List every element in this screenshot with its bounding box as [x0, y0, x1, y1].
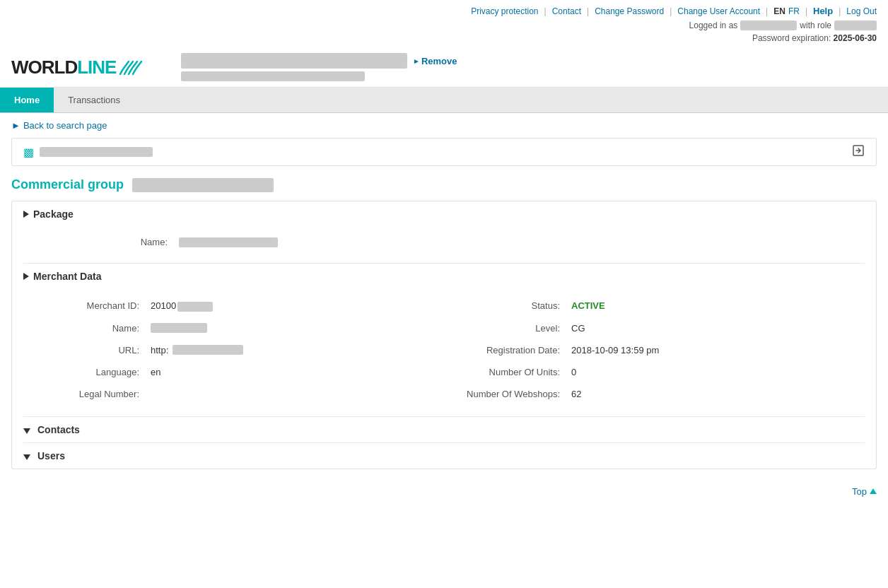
logo-line-text: LINE	[77, 57, 116, 78]
top-link[interactable]: Top	[852, 486, 877, 497]
merchant-subtitle-blurred	[181, 71, 365, 81]
package-name-label: Name:	[66, 237, 179, 247]
merchant-main-title: ► Remove	[181, 53, 877, 69]
remove-link[interactable]: ► Remove	[413, 56, 457, 66]
num-units-row: Number Of Units: 0	[444, 361, 865, 383]
commercial-group-name-blurred	[132, 178, 274, 192]
contacts-section-header[interactable]: Contacts	[12, 417, 876, 442]
contact-link[interactable]: Contact	[552, 6, 581, 16]
change-password-link[interactable]: Change Password	[595, 6, 664, 16]
commercial-group-title: Commercial group	[11, 177, 124, 192]
export-icon[interactable]	[852, 144, 865, 160]
registration-date-value: 2018-10-09 13:59 pm	[571, 345, 659, 355]
logo-world-text: WORLD	[11, 57, 77, 78]
merchant-bar-left: ▩	[23, 146, 153, 159]
chevron-back-icon: ►	[11, 120, 21, 131]
nav-tabs: Home Transactions	[0, 88, 888, 113]
help-link[interactable]: Help	[813, 6, 833, 16]
top-bar: Privacy protection | Contact | Change Pa…	[0, 0, 888, 19]
commercial-group-heading: Commercial group	[0, 172, 888, 201]
legal-number-label: Legal Number:	[23, 389, 151, 399]
merchant-id-suffix-blurred	[177, 302, 213, 312]
back-to-search-link[interactable]: ► Back to search page	[11, 120, 877, 131]
logout-link[interactable]: Log Out	[846, 6, 877, 16]
change-user-account-link[interactable]: Change User Account	[677, 6, 760, 16]
chevron-right-icon: ►	[413, 57, 420, 65]
status-label: Status:	[444, 300, 571, 311]
url-label: URL:	[23, 345, 151, 355]
tab-home[interactable]: Home	[0, 88, 54, 112]
lang-fr[interactable]: FR	[788, 6, 800, 16]
merchant-data-grid: Merchant ID: 20100 Status: ACTIVE Name: …	[12, 289, 876, 416]
merchant-bar: ▩	[11, 138, 877, 166]
contacts-triangle-icon	[23, 428, 30, 434]
merchant-data-chevron-icon	[23, 273, 29, 280]
package-title: Package	[33, 208, 74, 220]
username-blurred	[740, 20, 797, 30]
sep3: |	[670, 6, 672, 16]
num-webshops-value: 62	[571, 389, 581, 399]
level-row: Level: CG	[444, 317, 865, 339]
legal-number-row: Legal Number:	[23, 383, 444, 405]
breadcrumb: ► Back to search page	[0, 113, 888, 138]
num-webshops-row: Number Of Webshops: 62	[444, 383, 865, 405]
sep2: |	[587, 6, 589, 16]
status-row: Status: ACTIVE	[444, 295, 865, 317]
users-triangle-icon	[23, 454, 30, 460]
registration-date-label: Registration Date:	[444, 345, 571, 355]
sep1: |	[544, 6, 547, 16]
with-role-label: with role	[800, 20, 831, 30]
merchant-bar-name-blurred	[40, 147, 153, 157]
sep4: |	[766, 6, 768, 16]
lang-en[interactable]: EN	[773, 6, 785, 16]
merchant-name-value-blurred	[151, 323, 207, 333]
triangle-up-icon	[870, 488, 877, 494]
name-label: Name:	[23, 323, 151, 334]
package-chevron-icon	[23, 211, 29, 218]
logged-in-as-label: Logged in as	[689, 20, 738, 30]
back-label: Back to search page	[23, 120, 107, 131]
language-label: Language:	[23, 367, 151, 377]
num-units-label: Number Of Units:	[444, 367, 571, 377]
merchant-id-row: Merchant ID: 20100	[23, 295, 444, 317]
main-card: Package Name: Merchant Data Merchant ID:…	[11, 201, 877, 469]
num-units-value: 0	[571, 367, 576, 377]
merchant-title-area: ► Remove	[167, 53, 877, 81]
registration-date-row: Registration Date: 2018-10-09 13:59 pm	[444, 339, 865, 361]
pwd-exp-date: 2025-06-30	[834, 33, 877, 43]
url-row: URL: http:	[23, 339, 444, 361]
users-section-header[interactable]: Users	[12, 443, 876, 469]
header-section: WORLD LINE ► Remove	[0, 47, 888, 88]
level-value: CG	[571, 323, 585, 334]
package-section-header[interactable]: Package	[12, 201, 876, 227]
package-name-value-blurred	[179, 237, 278, 247]
logo-area: WORLD LINE	[11, 57, 167, 78]
language-row: Language: en	[23, 361, 444, 383]
url-domain-blurred	[173, 345, 243, 355]
privacy-protection-link[interactable]: Privacy protection	[471, 6, 538, 16]
page-footer: Top	[0, 481, 888, 502]
merchant-data-section-header[interactable]: Merchant Data	[12, 264, 876, 289]
url-value: http:	[151, 345, 243, 355]
merchant-data-title: Merchant Data	[33, 271, 101, 282]
package-name-row: Name:	[66, 233, 865, 252]
tab-transactions[interactable]: Transactions	[54, 88, 134, 112]
merchant-id-prefix: 20100	[151, 300, 176, 311]
merchant-name-blurred	[181, 53, 407, 69]
logo-waves	[119, 57, 144, 77]
user-info-bar: Logged in as with role	[0, 19, 888, 32]
sep5: |	[805, 6, 807, 16]
remove-label: Remove	[421, 56, 457, 66]
merchant-id-label: Merchant ID:	[23, 300, 151, 311]
bar-chart-icon: ▩	[23, 146, 34, 159]
merchant-id-value: 20100	[151, 300, 213, 312]
top-label: Top	[852, 486, 867, 497]
merchant-subtitle	[181, 71, 877, 81]
language-value: en	[151, 367, 160, 377]
role-blurred	[834, 20, 877, 30]
level-label: Level:	[444, 323, 571, 334]
users-title: Users	[37, 450, 65, 461]
sep6: |	[839, 6, 841, 16]
status-value: ACTIVE	[571, 300, 605, 311]
pwd-exp-label: Password expiration:	[752, 33, 831, 43]
